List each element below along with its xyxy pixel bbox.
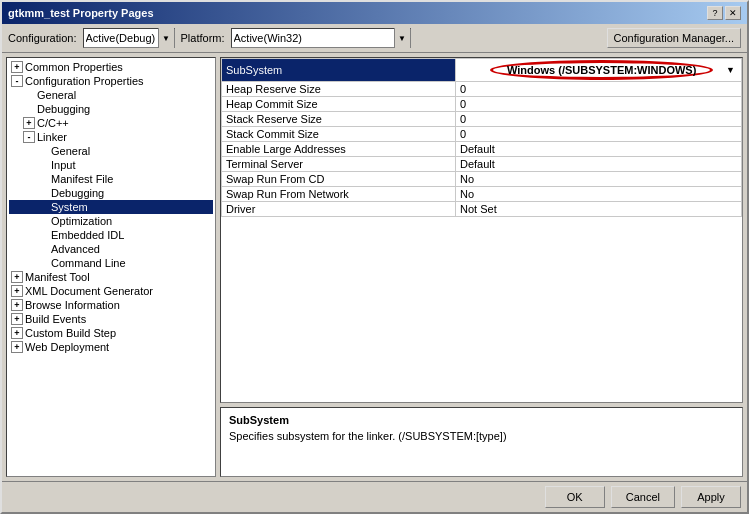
tree-item-linker[interactable]: - Linker <box>9 130 213 144</box>
props-grid: SubSystem Windows (/SUBSYSTEM:WINDOWS) ▼… <box>221 58 742 217</box>
expand-icon: + <box>11 271 23 283</box>
tree-item-build-events[interactable]: + Build Events <box>9 312 213 326</box>
prop-value: 0 <box>456 82 742 97</box>
platform-label: Platform: <box>181 32 225 44</box>
close-button[interactable]: ✕ <box>725 6 741 20</box>
table-row[interactable]: Heap Reserve Size 0 <box>222 82 742 97</box>
titlebar-buttons: ? ✕ <box>707 6 741 20</box>
table-row[interactable]: SubSystem Windows (/SUBSYSTEM:WINDOWS) ▼ <box>222 59 742 82</box>
expand-icon: + <box>11 327 23 339</box>
prop-name: Enable Large Addresses <box>222 142 456 157</box>
dropdown-arrow-icon: ▼ <box>726 65 737 75</box>
tree-label: Browse Information <box>25 299 120 311</box>
table-row[interactable]: Heap Commit Size 0 <box>222 97 742 112</box>
tree-item-linker-cmdline[interactable]: Command Line <box>9 256 213 270</box>
prop-value: Default <box>456 157 742 172</box>
collapse-icon: - <box>11 75 23 87</box>
tree-item-linker-system[interactable]: System <box>9 200 213 214</box>
config-label: Configuration: <box>8 32 77 44</box>
tree-item-config-props[interactable]: - Configuration Properties <box>9 74 213 88</box>
tree-label: Manifest File <box>51 173 113 185</box>
tree-item-xml-doc[interactable]: + XML Document Generator <box>9 284 213 298</box>
prop-name: Heap Reserve Size <box>222 82 456 97</box>
tree-item-browse-info[interactable]: + Browse Information <box>9 298 213 312</box>
subsystem-highlight: Windows (/SUBSYSTEM:WINDOWS) <box>490 60 713 80</box>
tree-label: Embedded IDL <box>51 229 124 241</box>
platform-dropdown[interactable]: Active(Win32) <box>231 28 411 48</box>
cancel-button[interactable]: Cancel <box>611 486 675 508</box>
tree-item-cpp[interactable]: + C/C++ <box>9 116 213 130</box>
prop-name: Swap Run From Network <box>222 187 456 202</box>
tree-label: Build Events <box>25 313 86 325</box>
info-title: SubSystem <box>229 414 734 426</box>
info-description: Specifies subsystem for the linker. (/SU… <box>229 430 734 442</box>
tree-item-linker-debugging[interactable]: Debugging <box>9 186 213 200</box>
prop-value-cell[interactable]: Windows (/SUBSYSTEM:WINDOWS) ▼ <box>456 59 742 82</box>
tree-item-custom-build[interactable]: + Custom Build Step <box>9 326 213 340</box>
prop-value: Default <box>456 142 742 157</box>
platform-dropdown-wrapper: Active(Win32) ▼ <box>231 28 411 48</box>
prop-value: 0 <box>456 97 742 112</box>
toolbar: Configuration: Active(Debug) ▼ Platform:… <box>2 24 747 53</box>
tree-item-linker-manifest-file[interactable]: Manifest File <box>9 172 213 186</box>
right-panel: SubSystem Windows (/SUBSYSTEM:WINDOWS) ▼… <box>220 57 743 477</box>
prop-name: Swap Run From CD <box>222 172 456 187</box>
prop-value: 0 <box>456 127 742 142</box>
prop-name: Stack Reserve Size <box>222 112 456 127</box>
tree-label: Common Properties <box>25 61 123 73</box>
expand-icon: + <box>11 61 23 73</box>
tree-label: Input <box>51 159 75 171</box>
bottom-bar: OK Cancel Apply <box>2 481 747 512</box>
tree-item-linker-optimization[interactable]: Optimization <box>9 214 213 228</box>
ok-button[interactable]: OK <box>545 486 605 508</box>
main-content: + Common Properties - Configuration Prop… <box>2 53 747 481</box>
info-panel: SubSystem Specifies subsystem for the li… <box>220 407 743 477</box>
tree-item-linker-advanced[interactable]: Advanced <box>9 242 213 256</box>
table-row[interactable]: Stack Reserve Size 0 <box>222 112 742 127</box>
tree-item-general[interactable]: General <box>9 88 213 102</box>
tree-item-web-deploy[interactable]: + Web Deployment <box>9 340 213 354</box>
prop-name: SubSystem <box>222 59 456 82</box>
window-title: gtkmm_test Property Pages <box>8 7 154 19</box>
expand-icon: + <box>11 313 23 325</box>
collapse-icon: - <box>23 131 35 143</box>
property-pages-window: gtkmm_test Property Pages ? ✕ Configurat… <box>0 0 749 514</box>
prop-value: 0 <box>456 112 742 127</box>
config-dropdown[interactable]: Active(Debug) <box>83 28 175 48</box>
tree-label: Debugging <box>51 187 104 199</box>
expand-icon: + <box>11 299 23 311</box>
config-manager-button[interactable]: Configuration Manager... <box>607 28 741 48</box>
table-row[interactable]: Swap Run From Network No <box>222 187 742 202</box>
tree-label: Debugging <box>37 103 90 115</box>
tree-item-debugging[interactable]: Debugging <box>9 102 213 116</box>
expand-icon: + <box>11 341 23 353</box>
tree-label: Configuration Properties <box>25 75 144 87</box>
tree-item-manifest-tool[interactable]: + Manifest Tool <box>9 270 213 284</box>
tree-item-linker-general[interactable]: General <box>9 144 213 158</box>
titlebar: gtkmm_test Property Pages ? ✕ <box>2 2 747 24</box>
prop-name: Heap Commit Size <box>222 97 456 112</box>
tree-panel: + Common Properties - Configuration Prop… <box>6 57 216 477</box>
table-row[interactable]: Terminal Server Default <box>222 157 742 172</box>
help-button[interactable]: ? <box>707 6 723 20</box>
tree-label: Custom Build Step <box>25 327 116 339</box>
tree-item-common-props[interactable]: + Common Properties <box>9 60 213 74</box>
table-row[interactable]: Swap Run From CD No <box>222 172 742 187</box>
apply-button[interactable]: Apply <box>681 486 741 508</box>
prop-name: Stack Commit Size <box>222 127 456 142</box>
tree-item-linker-embedded-idl[interactable]: Embedded IDL <box>9 228 213 242</box>
tree-label: Manifest Tool <box>25 271 90 283</box>
prop-name: Terminal Server <box>222 157 456 172</box>
table-row[interactable]: Driver Not Set <box>222 202 742 217</box>
tree-label: Command Line <box>51 257 126 269</box>
tree-label: XML Document Generator <box>25 285 153 297</box>
tree-item-linker-input[interactable]: Input <box>9 158 213 172</box>
tree-label: Linker <box>37 131 67 143</box>
properties-table: SubSystem Windows (/SUBSYSTEM:WINDOWS) ▼… <box>220 57 743 403</box>
tree-label: Optimization <box>51 215 112 227</box>
tree-label: General <box>51 145 90 157</box>
prop-value: No <box>456 187 742 202</box>
tree-label: System <box>51 201 88 213</box>
table-row[interactable]: Stack Commit Size 0 <box>222 127 742 142</box>
table-row[interactable]: Enable Large Addresses Default <box>222 142 742 157</box>
